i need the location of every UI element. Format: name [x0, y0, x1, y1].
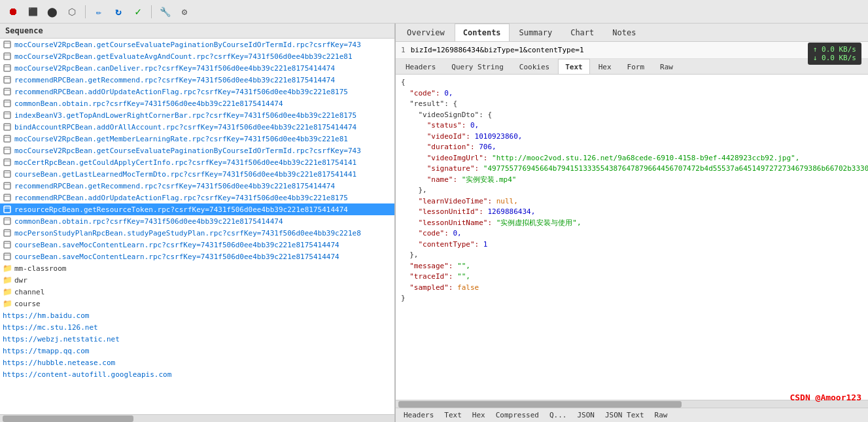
json-line: "status": 0,	[401, 120, 863, 132]
clear-btn[interactable]: ⬤	[44, 4, 60, 20]
json-line: "code": 0,	[401, 88, 863, 99]
sequence-header: Sequence	[0, 24, 394, 39]
link-item[interactable]: https://hubble.netease.com	[0, 357, 394, 368]
check-btn[interactable]: ✓	[130, 4, 146, 20]
list-item-icon	[3, 99, 12, 108]
link-item[interactable]: https://content-autofill.googleapis.com	[0, 368, 394, 380]
list-item-text: recommendRPCBean.addOrUpdateActionFlag.r…	[14, 88, 348, 96]
bottom-tab-hex[interactable]: Hex	[467, 408, 491, 422]
link-item[interactable]: https://tmapp.qq.com	[0, 345, 394, 357]
list-item[interactable]: mocCourseV2RpcBean.getMemberLearningRate…	[0, 133, 394, 145]
list-item[interactable]: indexBeanV3.getTopAndLowerRightCornerBar…	[0, 109, 394, 121]
list-item[interactable]: resourceRpcBean.getResourceToken.rpc?csr…	[0, 203, 394, 215]
json-line: "contentType": 1	[401, 239, 863, 251]
folder-item[interactable]: 📁mm-classroom	[0, 262, 394, 274]
filter-btn[interactable]: ⬡	[64, 4, 80, 20]
folder-item[interactable]: 📁dwr	[0, 274, 394, 286]
right-panel: OverviewContentsSummaryChartNotes 1 bizI…	[396, 24, 868, 422]
list-item[interactable]: recommendRPCBean.addOrUpdateActionFlag.r…	[0, 86, 394, 97]
gear-btn[interactable]: ⚙	[177, 4, 192, 20]
separator-2	[151, 5, 152, 18]
sub-tab-query-string[interactable]: Query String	[444, 59, 510, 74]
svg-rect-34	[4, 241, 10, 248]
sub-tab-text[interactable]: Text	[558, 59, 590, 74]
list-item-text: recommendRPCBean.getRecommend.rpc?csrfKe…	[14, 182, 335, 190]
sub-tab-form[interactable]: Form	[620, 59, 652, 74]
bottom-scroll-thumb[interactable]	[398, 401, 682, 408]
list-item-text: courseBean.saveMocContentLearn.rpc?csrfK…	[14, 241, 339, 249]
list-item[interactable]: courseBean.saveMocContentLearn.rpc?csrfK…	[0, 251, 394, 262]
tab-chart[interactable]: Chart	[562, 24, 602, 41]
svg-rect-14	[4, 124, 10, 130]
sub-tab-raw[interactable]: Raw	[653, 59, 680, 74]
bottom-tab-q...[interactable]: Q...	[544, 408, 572, 422]
json-content[interactable]: { "code": 0, "result": { "videoSignDto":…	[396, 75, 868, 400]
svg-rect-36	[4, 253, 10, 260]
list-item[interactable]: mocCourseV2RpcBean.canDeliver.rpc?csrfKe…	[0, 62, 394, 74]
bottom-tab-json[interactable]: JSON	[572, 408, 600, 422]
link-item[interactable]: https://webzj.netstatic.net	[0, 333, 394, 345]
list-item[interactable]: recommendRPCBean.getRecommend.rpc?csrfKe…	[0, 74, 394, 86]
list-item-icon	[3, 134, 12, 143]
record-btn[interactable]: ⏺	[5, 4, 21, 20]
json-line: "code": 0,	[401, 228, 863, 239]
link-item[interactable]: https://hm.baidu.com	[0, 309, 394, 321]
json-line: {	[401, 77, 863, 88]
bottom-tab-json-text[interactable]: JSON Text	[600, 408, 650, 422]
list-item[interactable]: mocCourseV2RpcBean.getEvaluateAvgAndCoun…	[0, 50, 394, 62]
list-item[interactable]: courseBean.getLastLearnedMocTermDto.rpc?…	[0, 168, 394, 180]
json-line: "lessonUnitName": "实例虚拟机安装与使用",	[401, 218, 863, 229]
svg-rect-32	[4, 230, 10, 236]
list-item[interactable]: courseBean.saveMocContentLearn.rpc?csrfK…	[0, 239, 394, 251]
sub-tab-headers[interactable]: Headers	[398, 59, 443, 74]
sub-tab-cookies[interactable]: Cookies	[512, 59, 557, 74]
list-item[interactable]: recommendRPCBean.addOrUpdateActionFlag.r…	[0, 192, 394, 203]
bottom-tab-compressed[interactable]: Compressed	[491, 408, 544, 422]
tab-summary[interactable]: Summary	[511, 24, 561, 41]
url-number: 1	[401, 46, 406, 54]
json-line: "message": "",	[401, 261, 863, 272]
sequence-list[interactable]: mocCourseV2RpcBean.getCourseEvaluatePagi…	[0, 39, 394, 414]
list-item[interactable]: mocCertRpcBean.getCouldApplyCertInfo.rpc…	[0, 156, 394, 168]
tab-overview[interactable]: Overview	[398, 24, 453, 41]
list-item[interactable]: mocPersonStudyPlanRpcBean.studyPageStudy…	[0, 227, 394, 239]
folder-item[interactable]: 📁course	[0, 298, 394, 309]
folder-item[interactable]: 📁channel	[0, 286, 394, 298]
wrench-btn[interactable]: 🔧	[157, 4, 173, 20]
list-item-icon	[3, 158, 12, 167]
svg-rect-20	[4, 159, 10, 166]
tab-contents[interactable]: Contents	[455, 24, 510, 41]
sequence-label: Sequence	[5, 26, 43, 35]
horizontal-scrollbar[interactable]	[0, 414, 394, 422]
json-line: "result": {	[401, 99, 863, 110]
list-item-icon	[3, 111, 12, 120]
main-layout: Sequence mocCourseV2RpcBean.getCourseEva…	[0, 24, 868, 422]
bottom-tab-text[interactable]: Text	[439, 408, 467, 422]
list-item[interactable]: commonBean.obtain.rpc?csrfKey=7431f506d0…	[0, 97, 394, 109]
list-item[interactable]: mocCourseV2RpcBean.getCourseEvaluatePagi…	[0, 39, 394, 50]
refresh-btn[interactable]: ↻	[111, 4, 126, 20]
scrollbar-thumb[interactable]	[3, 415, 133, 422]
list-item[interactable]: recommendRPCBean.getRecommend.rpc?csrfKe…	[0, 180, 394, 192]
tab-notes[interactable]: Notes	[604, 24, 644, 41]
list-item-icon	[3, 122, 12, 132]
list-item[interactable]: bindAccountRPCBean.addOrAllAccount.rpc?c…	[0, 121, 394, 133]
folder-label: course	[14, 300, 41, 308]
link-item[interactable]: https://mc.stu.126.net	[0, 321, 394, 333]
list-item-text: bindAccountRPCBean.addOrAllAccount.rpc?c…	[14, 123, 356, 132]
bottom-tab-headers[interactable]: Headers	[398, 408, 439, 422]
stop-btn[interactable]: ⬛	[25, 4, 41, 20]
bottom-tab-raw[interactable]: Raw	[650, 408, 673, 422]
watermark: CSDN @Amoor123	[790, 393, 861, 402]
list-item-text: mocCourseV2RpcBean.getMemberLearningRate…	[14, 135, 348, 143]
list-item[interactable]: commonBean.obtain.rpc?csrfKey=7431f506d0…	[0, 215, 394, 227]
list-item-icon	[3, 146, 12, 155]
sub-tab-hex[interactable]: Hex	[591, 59, 619, 74]
link-text: https://mc.stu.126.net	[3, 323, 98, 332]
paint-btn[interactable]: ✏	[91, 4, 107, 20]
list-item-icon	[3, 169, 12, 179]
speed-up: ↑ 0.0 KB/s	[813, 45, 856, 54]
json-line: "signature": "497755776945664b7941513335…	[401, 164, 863, 175]
url-text: bizId=1269886434&bizType=1&contentType=1	[411, 46, 584, 54]
list-item[interactable]: mocCourseV2RpcBean.getCourseEvaluatePagi…	[0, 145, 394, 156]
